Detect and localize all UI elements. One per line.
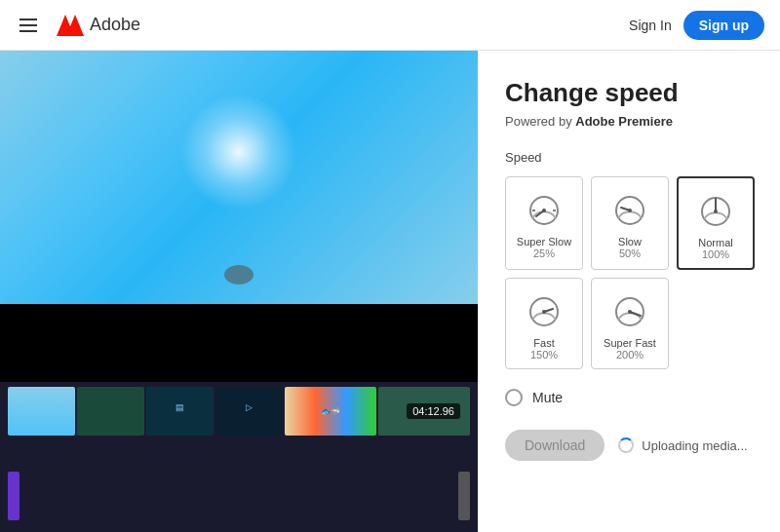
timeline: ▤ ▷ 🐟🦈 04:12.96 [0,382,478,532]
timeline-thumb-2 [77,387,144,436]
svg-point-18 [628,310,632,314]
speed-pct-normal: 100% [702,248,729,260]
speed-pct-slow: 50% [619,247,641,259]
speed-pct-super-fast: 200% [616,349,644,361]
speed-icon-normal [694,188,737,231]
speed-card-super-slow[interactable]: Super Slow 25% [505,176,583,270]
mute-radio[interactable] [505,389,523,406]
speed-name-fast: Fast [533,337,554,349]
speed-name-normal: Normal [698,237,732,248]
speed-pct-fast: 150% [530,349,558,361]
adobe-logo: Adobe [57,15,140,36]
speed-grid-row1: Super Slow 25% Slow 50% [505,176,753,270]
svg-point-4 [542,209,546,212]
main-content: ▤ ▷ 🐟🦈 04:12.96 Change speed Powered by … [0,51,780,532]
speed-card-slow[interactable]: Slow 50% [591,176,669,270]
header-left: Adobe [16,15,140,36]
svg-point-12 [714,209,718,213]
right-panel: Change speed Powered by Adobe Premiere S… [478,51,780,532]
upload-spinner [618,437,634,453]
timeline-thumb-4: ▷ [215,387,283,436]
bird-shape [224,265,254,285]
speed-grid-row2: Fast 150% Super Fast 200% [505,278,753,369]
speed-card-super-fast[interactable]: Super Fast 200% [591,278,669,369]
speed-icon-slow [608,187,651,230]
menu-button[interactable] [16,15,41,36]
speed-section-label: Speed [505,150,753,165]
panel-title: Change speed [505,78,753,108]
header-right: Sign In Sign up [629,11,764,40]
speed-name-super-fast: Super Fast [604,337,656,349]
powered-by: Powered by Adobe Premiere [505,114,753,129]
app-header: Adobe Sign In Sign up [0,0,780,51]
timeline-strip[interactable]: ▤ ▷ 🐟🦈 04:12.96 [0,382,478,440]
uploading-text: Uploading media... [642,438,747,453]
speed-icon-super-fast [608,288,651,331]
speed-name-super-slow: Super Slow [517,236,571,247]
mute-row: Mute [505,389,753,406]
uploading-row: Uploading media... [618,437,747,453]
speed-card-fast[interactable]: Fast 150% [505,278,583,369]
svg-point-9 [628,209,632,212]
speed-pct-super-slow: 25% [533,247,555,259]
timeline-thumb-last: 04:12.96 [378,387,470,436]
timeline-thumb-3: ▤ [146,387,214,436]
adobe-icon [57,15,84,36]
video-preview [0,51,478,304]
speed-card-normal[interactable]: Normal 100% [677,176,755,270]
speed-icon-fast [523,288,566,331]
speed-name-slow: Slow [618,236,642,247]
scroll-handle-left[interactable] [8,472,20,520]
video-panel: ▤ ▷ 🐟🦈 04:12.96 [0,51,478,532]
sign-up-button[interactable]: Sign up [683,11,764,40]
svg-point-15 [542,310,546,314]
powered-by-text: Powered by Adobe Premiere [505,114,673,129]
scroll-handle-right[interactable] [458,472,470,520]
timeline-thumb-colorful: 🐟🦈 [285,387,376,436]
download-button[interactable]: Download [505,430,604,461]
video-glow [180,94,297,210]
sign-in-button[interactable]: Sign In [629,18,672,33]
bottom-row: Download Uploading media... [505,430,753,461]
timeline-thumb-1 [8,387,75,436]
adobe-wordmark: Adobe [90,15,140,35]
mute-label: Mute [532,390,563,405]
timestamp-badge: 04:12.96 [407,403,460,419]
speed-icon-super-slow [523,187,566,230]
